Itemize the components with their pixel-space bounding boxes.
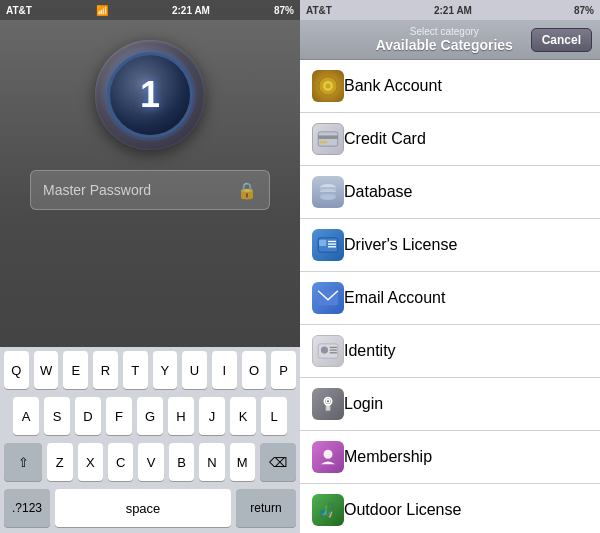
key-g[interactable]: G: [137, 397, 163, 435]
svg-point-22: [324, 398, 331, 405]
category-item-database[interactable]: Database: [300, 166, 600, 219]
status-bar-left: AT&T 📶 2:21 AM 87%: [0, 0, 300, 20]
key-w[interactable]: W: [34, 351, 59, 389]
battery-right: 87%: [574, 5, 594, 16]
credit-icon: [312, 123, 344, 155]
category-item-identity[interactable]: Identity: [300, 325, 600, 378]
identity-label: Identity: [344, 342, 396, 360]
carrier-left: AT&T: [6, 5, 32, 16]
svg-point-2: [326, 84, 331, 89]
time-left: 2:21 AM: [172, 5, 210, 16]
key-delete[interactable]: ⌫: [260, 443, 296, 481]
svg-rect-4: [318, 135, 338, 139]
key-y[interactable]: Y: [153, 351, 178, 389]
lock-icon: 🔒: [237, 181, 257, 200]
category-item-email[interactable]: Email Account: [300, 272, 600, 325]
key-i[interactable]: I: [212, 351, 237, 389]
keyboard-row-1: Q W E R T Y U I O P: [0, 347, 300, 393]
keyboard-row-3: ⇧ Z X C V B N M ⌫: [0, 439, 300, 485]
key-j[interactable]: J: [199, 397, 225, 435]
key-m[interactable]: M: [230, 443, 255, 481]
credit-label: Credit Card: [344, 130, 426, 148]
key-s[interactable]: S: [44, 397, 70, 435]
key-q[interactable]: Q: [4, 351, 29, 389]
key-p[interactable]: P: [271, 351, 296, 389]
keyboard-row-2: A S D F G H J K L: [0, 393, 300, 439]
database-label: Database: [344, 183, 413, 201]
logo-inner: 1: [110, 55, 190, 135]
key-n[interactable]: N: [199, 443, 224, 481]
category-item-license[interactable]: Driver's License: [300, 219, 600, 272]
key-e[interactable]: E: [63, 351, 88, 389]
left-panel: AT&T 📶 2:21 AM 87% 1 Master Password 🔒 Q…: [0, 0, 300, 533]
key-v[interactable]: V: [138, 443, 163, 481]
license-label: Driver's License: [344, 236, 457, 254]
svg-rect-12: [319, 240, 326, 246]
battery-left: 87%: [274, 5, 294, 16]
key-r[interactable]: R: [93, 351, 118, 389]
password-placeholder: Master Password: [43, 182, 151, 198]
wifi-icon: 📶: [96, 5, 108, 16]
svg-point-24: [326, 400, 330, 404]
key-k[interactable]: K: [230, 397, 256, 435]
svg-point-10: [320, 194, 336, 200]
category-item-membership[interactable]: Membership: [300, 431, 600, 484]
app-logo: 1: [95, 40, 205, 150]
password-field-wrap: Master Password 🔒: [30, 170, 270, 210]
key-o[interactable]: O: [242, 351, 267, 389]
nav-title: Available Categories: [376, 37, 513, 53]
email-label: Email Account: [344, 289, 445, 307]
outdoor-label: Outdoor License: [344, 501, 461, 519]
svg-rect-25: [326, 405, 330, 410]
svg-point-26: [324, 450, 333, 459]
key-space[interactable]: space: [55, 489, 231, 527]
nav-center: Select category Available Categories: [358, 26, 531, 53]
key-u[interactable]: U: [182, 351, 207, 389]
key-l[interactable]: L: [261, 397, 287, 435]
key-t[interactable]: T: [123, 351, 148, 389]
login-label: Login: [344, 395, 383, 413]
key-h[interactable]: H: [168, 397, 194, 435]
bank-icon: [312, 70, 344, 102]
cancel-button[interactable]: Cancel: [531, 28, 592, 52]
key-f[interactable]: F: [106, 397, 132, 435]
identity-icon: [312, 335, 344, 367]
nav-bar: Select category Available Categories Can…: [300, 20, 600, 60]
key-shift[interactable]: ⇧: [4, 443, 42, 481]
key-b[interactable]: B: [169, 443, 194, 481]
carrier-right: AT&T: [306, 5, 332, 16]
key-x[interactable]: X: [78, 443, 103, 481]
nav-subtitle: Select category: [410, 26, 479, 37]
login-icon: [312, 388, 344, 420]
key-c[interactable]: C: [108, 443, 133, 481]
membership-label: Membership: [344, 448, 432, 466]
logo-digit: 1: [140, 74, 160, 116]
category-item-login[interactable]: Login: [300, 378, 600, 431]
time-right: 2:21 AM: [434, 5, 472, 16]
key-d[interactable]: D: [75, 397, 101, 435]
category-item-credit[interactable]: Credit Card: [300, 113, 600, 166]
keyboard: Q W E R T Y U I O P A S D F G H J K L ⇧ …: [0, 347, 300, 533]
password-field[interactable]: Master Password 🔒: [30, 170, 270, 210]
key-numbers[interactable]: .?123: [4, 489, 50, 527]
license-icon: [312, 229, 344, 261]
database-icon: [312, 176, 344, 208]
outdoor-icon: 🎣: [312, 494, 344, 526]
status-bar-right: AT&T 2:21 AM 87%: [300, 0, 600, 20]
right-panel: AT&T 2:21 AM 87% Select category Availab…: [300, 0, 600, 533]
categories-list: Bank AccountCredit CardDatabaseDriver's …: [300, 60, 600, 533]
membership-icon: [312, 441, 344, 473]
email-icon: [312, 282, 344, 314]
svg-rect-5: [320, 141, 327, 144]
svg-point-18: [321, 347, 328, 354]
keyboard-bottom-row: .?123 space return: [0, 485, 300, 533]
svg-text:🎣: 🎣: [319, 503, 335, 519]
key-return[interactable]: return: [236, 489, 296, 527]
bank-label: Bank Account: [344, 77, 442, 95]
key-z[interactable]: Z: [47, 443, 72, 481]
key-a[interactable]: A: [13, 397, 39, 435]
status-icons-left: 📶: [96, 5, 108, 16]
category-item-bank[interactable]: Bank Account: [300, 60, 600, 113]
category-item-outdoor[interactable]: 🎣Outdoor License: [300, 484, 600, 533]
